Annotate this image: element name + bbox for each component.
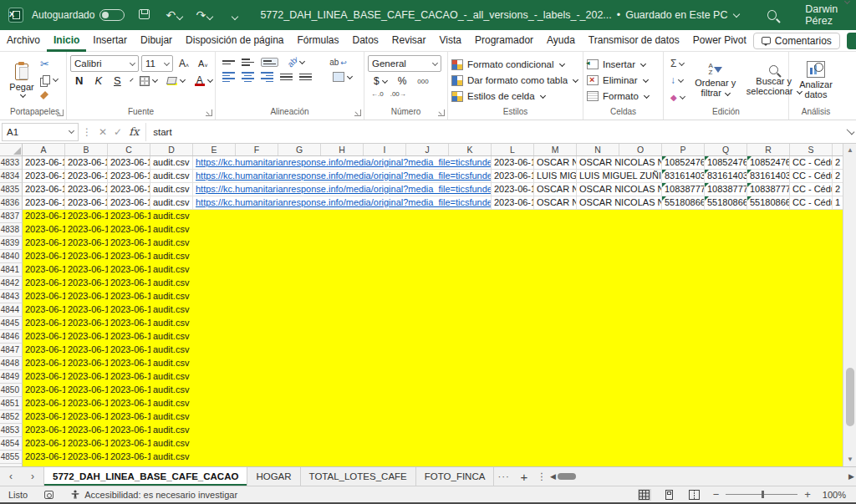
- cell-c[interactable]: 2023-06-1: [108, 210, 150, 223]
- styles-item-2[interactable]: Estilos de celda: [451, 89, 579, 104]
- cell-a[interactable]: 2023-06-1: [23, 156, 65, 170]
- cell-s[interactable]: CC - Cédula: [790, 170, 833, 183]
- clear-button[interactable]: ◆: [669, 90, 686, 104]
- cell-a[interactable]: 2023-06-1: [23, 290, 65, 303]
- cell-d[interactable]: audit.csv: [150, 237, 193, 250]
- cell-c[interactable]: 2023-06-1: [108, 277, 150, 290]
- ribbon-tab-inicio[interactable]: Inicio: [47, 30, 86, 52]
- cell-c[interactable]: 2023-06-1: [108, 156, 150, 170]
- cell-l[interactable]: 2023-06-1: [492, 183, 534, 196]
- highlighted-empty-cells[interactable]: [193, 437, 843, 451]
- highlighted-empty-cells[interactable]: [193, 237, 843, 250]
- currency-button[interactable]: $: [371, 74, 390, 88]
- cell-m[interactable]: OSCAR NICOLAS: [534, 156, 577, 170]
- cell-b[interactable]: 2023-06-1: [65, 451, 108, 464]
- sheet-tabs-overflow-dots[interactable]: ···: [494, 467, 513, 486]
- cell-c[interactable]: 2023-06-1: [108, 303, 150, 317]
- sheet-nav-prev-icon[interactable]: ‹: [0, 467, 22, 486]
- share-button[interactable]: ↱ Compartir: [847, 33, 856, 49]
- row-number[interactable]: 4839: [0, 237, 23, 250]
- cell-a[interactable]: 2023-06-1: [23, 464, 65, 466]
- ribbon-tab-insertar[interactable]: Insertar: [86, 30, 134, 52]
- align-left-button[interactable]: [222, 72, 235, 82]
- cell-d[interactable]: audit.csv: [150, 210, 193, 223]
- ribbon-tab-power-pivot[interactable]: Power Pivot: [686, 30, 753, 52]
- cell-s[interactable]: CC - Cédula: [790, 196, 833, 210]
- format-painter-button[interactable]: [38, 89, 59, 102]
- cell-b[interactable]: 2023-06-1: [65, 370, 108, 384]
- column-header-S[interactable]: S: [790, 144, 833, 155]
- cell-a[interactable]: 2023-06-1: [23, 237, 65, 250]
- cell-a[interactable]: 2023-06-1: [23, 263, 65, 277]
- cell-n[interactable]: OSCAR NICOLAS NUÑEZ: [577, 196, 662, 210]
- cell-a[interactable]: 2023-06-1: [23, 357, 65, 370]
- cell-q[interactable]: 83161403: [705, 170, 747, 183]
- column-header-A[interactable]: A: [23, 144, 65, 155]
- cell-b[interactable]: 2023-06-1: [65, 303, 108, 317]
- column-header-D[interactable]: D: [150, 144, 193, 155]
- column-header-I[interactable]: I: [364, 144, 406, 155]
- column-header-E[interactable]: E: [193, 144, 236, 155]
- highlighted-empty-cells[interactable]: [193, 290, 843, 303]
- align-top-button[interactable]: [222, 60, 235, 64]
- highlighted-empty-cells[interactable]: [193, 277, 843, 290]
- row-number[interactable]: 4850: [0, 384, 23, 397]
- highlighted-empty-cells[interactable]: [193, 330, 843, 344]
- cell-d[interactable]: audit.csv: [150, 223, 193, 237]
- cell-d[interactable]: audit.csv: [150, 397, 193, 410]
- cell-b[interactable]: 2023-06-1: [65, 156, 108, 170]
- fill-button[interactable]: ↓: [669, 74, 686, 87]
- insert-function-icon[interactable]: fx: [129, 125, 139, 138]
- column-header-C[interactable]: C: [108, 144, 150, 155]
- page-break-view-button[interactable]: [688, 489, 701, 501]
- cell-c[interactable]: 2023-06-1: [108, 410, 150, 424]
- cell-a[interactable]: 2023-06-1: [23, 437, 65, 451]
- cell-a[interactable]: 2023-06-1: [23, 170, 65, 183]
- cell-c[interactable]: 2023-06-1: [108, 357, 150, 370]
- cell-b[interactable]: 2023-06-1: [65, 263, 108, 277]
- cell-n[interactable]: OSCAR NICOLAS NUÑEZ: [577, 156, 662, 170]
- cells-item-1[interactable]: Eliminar: [587, 73, 660, 88]
- cell-e-hyperlink[interactable]: https://kc.humanitarianresponse.info/med…: [193, 156, 492, 170]
- page-layout-view-button[interactable]: [663, 489, 676, 501]
- cell-c[interactable]: 2023-06-1: [108, 263, 150, 277]
- cell-a[interactable]: 2023-06-1: [23, 317, 65, 330]
- row-number[interactable]: 4842: [0, 277, 23, 290]
- cell-d[interactable]: audit.csv: [150, 183, 193, 196]
- cell-d[interactable]: audit.csv: [150, 277, 193, 290]
- cell-d[interactable]: audit.csv: [150, 464, 193, 466]
- cell-b[interactable]: 2023-06-1: [65, 250, 108, 263]
- merge-center-button[interactable]: [330, 71, 354, 83]
- cell-d[interactable]: audit.csv: [150, 196, 193, 210]
- column-header-P[interactable]: P: [662, 144, 705, 155]
- font-dialog-launcher[interactable]: [206, 109, 212, 116]
- cell-a[interactable]: 2023-06-1: [23, 277, 65, 290]
- increase-decimal-button[interactable]: ←.0: [371, 90, 384, 98]
- row-number[interactable]: 4843: [0, 290, 23, 303]
- column-header-M[interactable]: M: [534, 144, 577, 155]
- quick-access-customize-button[interactable]: [223, 8, 245, 22]
- cell-b[interactable]: 2023-06-1: [65, 330, 108, 344]
- cell-t-partial[interactable]: 1: [833, 196, 843, 210]
- cell-r[interactable]: 108387773: [747, 183, 790, 196]
- ribbon-tab-datos[interactable]: Datos: [346, 30, 385, 52]
- cell-b[interactable]: 2023-06-1: [65, 210, 108, 223]
- cell-n[interactable]: LUIS MIGUEL ZUÑIGA: [577, 170, 662, 183]
- user-name[interactable]: Darwin Pérez: [805, 3, 856, 27]
- zoom-in-button[interactable]: +: [804, 488, 811, 501]
- zoom-out-button[interactable]: −: [713, 488, 720, 501]
- column-header-K[interactable]: K: [449, 144, 492, 155]
- cell-b[interactable]: 2023-06-1: [65, 410, 108, 424]
- scroll-right-icon[interactable]: ▶: [848, 472, 854, 481]
- highlighted-empty-cells[interactable]: [193, 250, 843, 263]
- row-number[interactable]: 4856: [0, 464, 23, 466]
- row-number[interactable]: 4835: [0, 183, 23, 196]
- borders-button[interactable]: [137, 75, 160, 87]
- cell-b[interactable]: 2023-06-1: [65, 464, 108, 466]
- cell-d[interactable]: audit.csv: [150, 156, 193, 170]
- row-number[interactable]: 4836: [0, 196, 23, 210]
- cell-q[interactable]: 55180866: [705, 196, 747, 210]
- scroll-down-icon[interactable]: ▼: [843, 453, 856, 466]
- ribbon-tab-revisar[interactable]: Revisar: [385, 30, 433, 52]
- cell-c[interactable]: 2023-06-1: [108, 397, 150, 410]
